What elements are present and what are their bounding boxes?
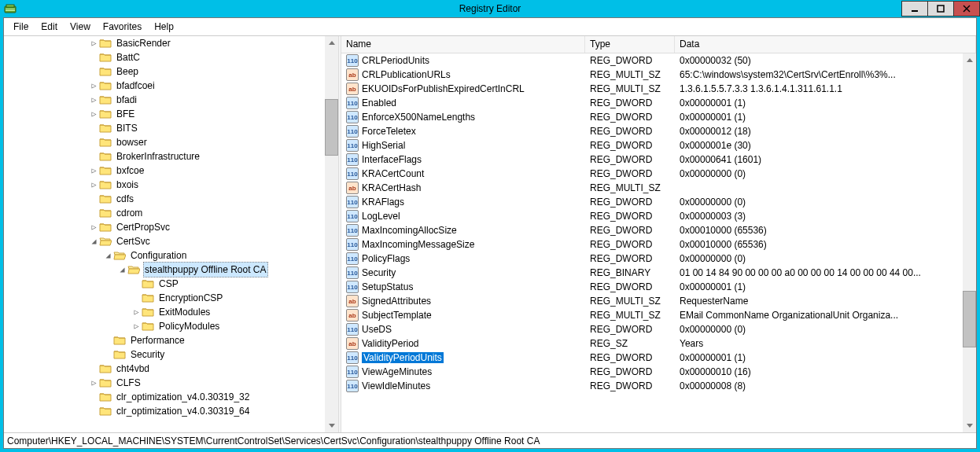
value-row[interactable]: abCRLPublicationURLsREG_MULTI_SZ65:C:\wi… <box>341 68 963 82</box>
tree-node[interactable]: cdrom <box>4 206 325 220</box>
value-row[interactable]: 110PolicyFlagsREG_DWORD0x00000000 (0) <box>341 252 963 266</box>
menu-file[interactable]: File <box>7 20 35 34</box>
tree-node[interactable]: EncryptionCSP <box>4 291 325 305</box>
expand-toggle-icon[interactable]: ▷ <box>89 93 99 107</box>
list-scrollbar[interactable] <box>963 53 976 432</box>
value-row[interactable]: 110KRAFlagsREG_DWORD0x00000000 (0) <box>341 195 963 209</box>
column-type[interactable]: Type <box>585 36 675 53</box>
value-name: ViewIdleMinutes <box>362 380 430 391</box>
tree-node[interactable]: ▷bxfcoe <box>4 164 325 178</box>
expand-toggle-icon[interactable]: ▷ <box>131 319 142 333</box>
value-data: 65:C:\windows\system32\CertSrv\CertEnrol… <box>675 69 963 80</box>
tree-node[interactable]: ◢CertSvc <box>4 234 325 248</box>
menu-edit[interactable]: Edit <box>35 20 64 34</box>
value-row[interactable]: 110EnforceX500NameLengthsREG_DWORD0x0000… <box>341 110 963 124</box>
expand-toggle-icon[interactable]: ▷ <box>89 178 99 192</box>
tree-node[interactable]: ▷bfadfcoei <box>4 79 325 93</box>
value-row[interactable]: abKRACertHashREG_MULTI_SZ <box>341 181 963 195</box>
value-row[interactable]: abSignedAttributesREG_MULTI_SZRequesterN… <box>341 294 963 308</box>
value-row[interactable]: 110UseDSREG_DWORD0x00000000 (0) <box>341 322 963 336</box>
scroll-up-icon[interactable] <box>963 53 976 67</box>
value-row[interactable]: 110ForceTeletexREG_DWORD0x00000012 (18) <box>341 124 963 138</box>
value-row[interactable]: abSubjectTemplateREG_MULTI_SZEMail Commo… <box>341 308 963 322</box>
menu-view[interactable]: View <box>64 20 97 34</box>
tree-node[interactable]: CSP <box>4 277 325 291</box>
expand-toggle-icon[interactable]: ▷ <box>89 376 99 390</box>
folder-icon <box>99 66 112 77</box>
tree-node[interactable]: clr_optimization_v4.0.30319_32 <box>4 390 325 404</box>
menu-help[interactable]: Help <box>148 20 180 34</box>
value-row[interactable]: 110LogLevelREG_DWORD0x00000003 (3) <box>341 209 963 223</box>
tree-node[interactable]: ▷bxois <box>4 178 325 192</box>
value-row[interactable]: 110HighSerialREG_DWORD0x0000001e (30) <box>341 138 963 153</box>
value-name: EKUOIDsForPublishExpiredCertInCRL <box>362 83 525 94</box>
scroll-up-icon[interactable] <box>325 36 338 50</box>
value-row[interactable]: 110ViewAgeMinutesREG_DWORD0x00000010 (16… <box>341 365 963 379</box>
tree-node[interactable]: cht4vbd <box>4 362 325 376</box>
tree-node[interactable]: ▷ExitModules <box>4 305 325 319</box>
folder-icon <box>99 193 112 204</box>
value-row[interactable]: 110InterfaceFlagsREG_DWORD0x00000641 (16… <box>341 153 963 167</box>
value-data: 0x00000010 (16) <box>675 366 963 377</box>
tree-node[interactable]: Security <box>4 347 325 362</box>
tree-node[interactable]: BrokerInfrastructure <box>4 149 325 164</box>
tree-node[interactable]: ◢Configuration <box>4 248 325 263</box>
reg-binary-icon: 110 <box>346 210 359 222</box>
value-row[interactable]: 110MaxIncomingAllocSizeREG_DWORD0x000100… <box>341 223 963 237</box>
value-row[interactable]: 110MaxIncomingMessageSizeREG_DWORD0x0001… <box>341 237 963 252</box>
tree-node[interactable]: ▷CertPropSvc <box>4 220 325 234</box>
value-row[interactable]: 110SetupStatusREG_DWORD0x00000001 (1) <box>341 280 963 294</box>
value-type: REG_DWORD <box>585 112 675 123</box>
menu-favorites[interactable]: Favorites <box>97 20 148 34</box>
expand-toggle-icon[interactable]: ◢ <box>117 263 127 277</box>
expand-toggle-icon[interactable]: ▷ <box>89 36 99 50</box>
tree-node[interactable]: ◢stealthpuppy Offline Root CA <box>4 263 325 277</box>
value-row[interactable]: abValidityPeriodREG_SZYears <box>341 336 963 351</box>
value-name: KRAFlags <box>362 197 404 208</box>
scroll-thumb[interactable] <box>963 291 976 347</box>
expand-toggle-icon[interactable]: ▷ <box>89 220 99 234</box>
tree-node[interactable]: ▷CLFS <box>4 376 325 390</box>
value-name: Enabled <box>362 97 396 108</box>
tree-scrollbar[interactable] <box>325 36 338 432</box>
tree-node[interactable]: ▷BasicRender <box>4 36 325 50</box>
value-type: REG_SZ <box>585 338 675 349</box>
expand-toggle-icon[interactable]: ◢ <box>89 234 99 248</box>
expand-toggle-icon[interactable]: ◢ <box>103 248 113 263</box>
expand-toggle-icon[interactable]: ▷ <box>89 79 99 93</box>
value-row[interactable]: 110KRACertCountREG_DWORD0x00000000 (0) <box>341 167 963 181</box>
tree-node[interactable]: ▷PolicyModules <box>4 319 325 333</box>
value-name: ValidityPeriod <box>362 338 418 349</box>
column-name[interactable]: Name <box>341 36 585 53</box>
tree-node[interactable]: ▷BFE <box>4 107 325 121</box>
tree-node[interactable]: BITS <box>4 121 325 135</box>
tree-node[interactable]: bowser <box>4 135 325 149</box>
titlebar[interactable]: Registry Editor <box>0 0 980 17</box>
value-data: 0x00000032 (50) <box>675 55 963 66</box>
tree-node[interactable]: Beep <box>4 64 325 79</box>
folder-icon <box>99 108 112 119</box>
expand-toggle-icon[interactable]: ▷ <box>131 305 142 319</box>
value-type: REG_BINARY <box>585 267 675 278</box>
tree-node[interactable]: cdfs <box>4 192 325 206</box>
folder-icon <box>99 377 112 388</box>
tree-node[interactable]: ▷bfadi <box>4 93 325 107</box>
value-row[interactable]: 110SecurityREG_BINARY01 00 14 84 90 00 0… <box>341 266 963 280</box>
value-row[interactable]: 110ValidityPeriodUnitsREG_DWORD0x0000000… <box>341 351 963 365</box>
tree-node[interactable]: Performance <box>4 333 325 347</box>
value-row[interactable]: 110EnabledREG_DWORD0x00000001 (1) <box>341 96 963 110</box>
value-row[interactable]: 110CRLPeriodUnitsREG_DWORD0x00000032 (50… <box>341 53 963 68</box>
scroll-down-icon[interactable] <box>325 419 338 432</box>
expand-toggle-icon[interactable]: ▷ <box>89 164 99 178</box>
tree-node[interactable]: BattC <box>4 50 325 64</box>
expand-toggle-icon[interactable]: ▷ <box>89 107 99 121</box>
scroll-thumb[interactable] <box>325 99 338 156</box>
tree-node-label: BasicRender <box>115 36 172 50</box>
value-data: 0x00000001 (1) <box>675 112 963 123</box>
tree-node[interactable]: clr_optimization_v4.0.30319_64 <box>4 404 325 418</box>
column-data[interactable]: Data <box>675 36 976 53</box>
scroll-down-icon[interactable] <box>963 419 976 432</box>
value-row[interactable]: 110ViewIdleMinutesREG_DWORD0x00000008 (8… <box>341 379 963 393</box>
value-row[interactable]: abEKUOIDsForPublishExpiredCertInCRLREG_M… <box>341 82 963 96</box>
value-type: REG_DWORD <box>585 168 675 179</box>
